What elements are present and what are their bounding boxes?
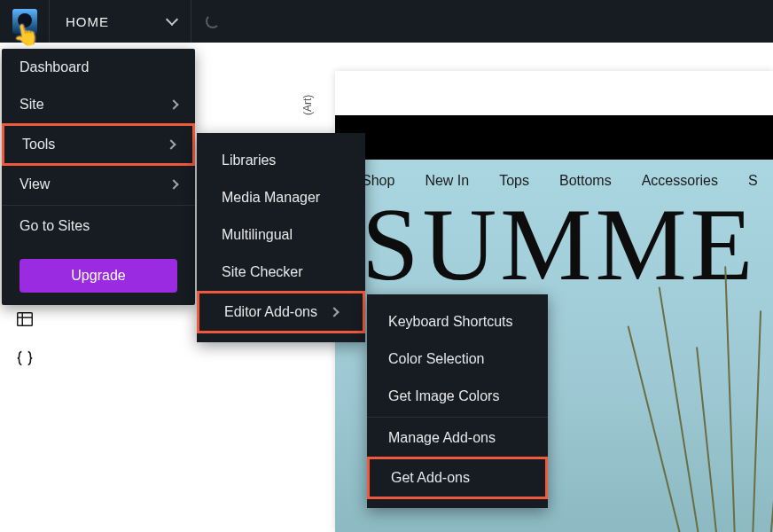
grass-decoration [672,248,773,532]
submenu-label: Media Manager [222,190,320,206]
tools-submenu: Libraries Media Manager Multilingual Sit… [197,133,365,342]
addons-submenu: Keyboard Shortcuts Color Selection Get I… [367,294,548,508]
menu-divider [2,205,195,206]
menu-label: View [20,176,50,192]
canvas-white-band [335,71,773,115]
menu-item-gotosites[interactable]: Go to Sites [2,207,195,245]
submenu-item-sitechecker[interactable]: Site Checker [197,254,365,291]
addons-label: Manage Add-ons [388,430,496,446]
top-bar: 👆 HOME [0,0,773,43]
submenu-item-libraries[interactable]: Libraries [197,142,365,179]
addons-label: Keyboard Shortcuts [388,314,513,330]
menu-label: Tools [22,137,55,153]
addons-item-getimagecolors[interactable]: Get Image Colors [367,378,548,415]
cursor-hand-icon: 👆 [11,21,41,51]
menu-label: Go to Sites [20,218,90,234]
chevron-right-icon [166,139,176,149]
submenu-label: Editor Add-ons [224,304,317,320]
submenu-item-multilingual[interactable]: Multilingual [197,216,365,254]
code-braces-icon[interactable] [14,348,35,369]
menu-item-tools[interactable]: Tools [2,123,195,166]
addons-item-keyboardshortcuts[interactable]: Keyboard Shortcuts [367,303,548,340]
menu-label: Dashboard [20,59,89,75]
chevron-down-icon [166,13,178,26]
addons-label: Color Selection [388,351,485,367]
addons-item-getaddons[interactable]: Get Add-ons [367,457,548,499]
table-icon[interactable] [14,309,35,330]
chevron-right-icon [168,99,178,109]
submenu-label: Multilingual [222,227,293,243]
svg-rect-0 [18,313,33,326]
page-selector[interactable]: HOME [50,0,191,43]
loading-spinner-icon [206,14,220,28]
submenu-label: Libraries [222,153,276,168]
menu-item-dashboard[interactable]: Dashboard [2,49,195,86]
submenu-item-mediamanager[interactable]: Media Manager [197,179,365,216]
chevron-right-icon [168,179,178,189]
menu-label: Site [20,97,44,113]
canvas-side-label: (Art) [301,95,314,115]
submenu-label: Site Checker [222,264,303,280]
addons-item-manageaddons[interactable]: Manage Add-ons [367,419,548,457]
upgrade-button[interactable]: Upgrade [20,259,177,293]
canvas-black-band [335,115,773,160]
app-logo-cell[interactable]: 👆 [0,0,50,43]
main-menu: Dashboard Site Tools View Go to Sites Up… [2,49,195,305]
chevron-right-icon [329,307,339,317]
loading-cell [191,0,234,43]
menu-item-site[interactable]: Site [2,86,195,123]
addons-item-colorselection[interactable]: Color Selection [367,340,548,378]
page-selector-label: HOME [66,14,109,29]
menu-item-view[interactable]: View [2,166,195,203]
submenu-item-editoraddons[interactable]: Editor Add-ons [197,291,365,333]
upgrade-label: Upgrade [71,268,125,283]
addons-label: Get Add-ons [391,470,470,486]
addons-label: Get Image Colors [388,388,499,404]
menu-divider [367,417,548,418]
